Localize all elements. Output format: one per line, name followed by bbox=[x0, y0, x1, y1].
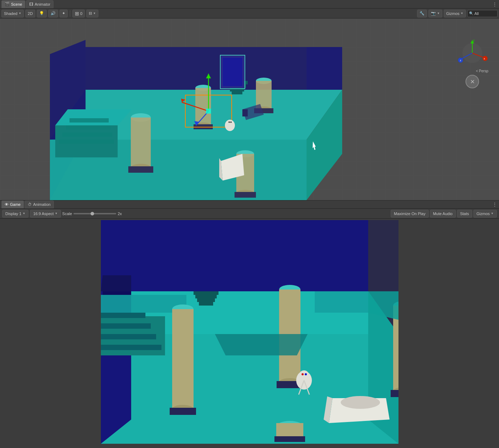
scene-view: x z y < Persp ✕ bbox=[0, 19, 499, 200]
layout-toggle[interactable]: ⊟ ▼ bbox=[86, 10, 98, 17]
display-icon: 📷 bbox=[431, 11, 436, 16]
audio-toggle[interactable]: 🔊 bbox=[48, 10, 58, 17]
svg-rect-13 bbox=[66, 125, 110, 130]
svg-rect-18 bbox=[128, 166, 153, 173]
svg-text:z: z bbox=[460, 59, 461, 62]
svg-point-96 bbox=[305, 373, 307, 375]
svg-marker-8 bbox=[307, 47, 342, 90]
tools-icon: 🔧 bbox=[420, 11, 425, 16]
mute-audio-label: Mute Audio bbox=[433, 212, 453, 216]
light-toggle[interactable]: 💡 bbox=[37, 10, 47, 17]
display-dropdown[interactable]: Display 1 ▼ bbox=[2, 210, 29, 218]
scene-gizmo[interactable]: x z y < Persp ✕ bbox=[456, 38, 488, 75]
aspect-dropdown[interactable]: 16:9 Aspect ▼ bbox=[30, 210, 61, 218]
layers-count: 0 bbox=[80, 11, 82, 16]
stats-button[interactable]: Stats bbox=[457, 210, 472, 218]
gizmos-dropdown-arrow: ▼ bbox=[461, 12, 463, 15]
2d-toggle[interactable]: 2D bbox=[25, 10, 35, 17]
audio-icon: 🔊 bbox=[51, 11, 56, 16]
scene-tab-group: 🎬 Scene 🎞 Animator bbox=[1, 0, 53, 8]
game-tab-more-button[interactable]: ⋮ bbox=[492, 202, 498, 207]
svg-point-48 bbox=[228, 121, 230, 123]
shading-dropdown-arrow: ▼ bbox=[19, 12, 21, 15]
svg-rect-103 bbox=[276, 423, 303, 437]
maximize-on-play-button[interactable]: Maximize On Play bbox=[391, 210, 429, 218]
svg-marker-70 bbox=[131, 220, 368, 291]
mute-audio-button[interactable]: Mute Audio bbox=[430, 210, 456, 218]
svg-rect-108 bbox=[199, 302, 213, 306]
svg-text:x: x bbox=[484, 57, 485, 60]
2d-label: 2D bbox=[28, 11, 33, 16]
game-tab-bar: 👁 Game ⏱ Animation ⋮ bbox=[0, 200, 499, 209]
aspect-label: 16:9 Aspect bbox=[33, 212, 54, 216]
svg-rect-107 bbox=[197, 298, 215, 302]
scene-tab-icon: 🎬 bbox=[5, 2, 10, 6]
scale-slider[interactable] bbox=[73, 213, 116, 214]
tools-button[interactable]: 🔧 bbox=[417, 10, 427, 17]
maximize-on-play-label: Maximize On Play bbox=[394, 212, 426, 216]
scene-orientation-icon[interactable]: ✕ bbox=[465, 75, 479, 88]
scale-text: Scale bbox=[62, 212, 72, 216]
game-toolbar: Display 1 ▼ 16:9 Aspect ▼ Scale 2x Maxim… bbox=[0, 209, 499, 219]
layers-dropdown[interactable]: ⊞ 0 bbox=[72, 10, 85, 17]
layout-icon: ⊟ bbox=[89, 11, 92, 16]
animator-tab[interactable]: 🎞 Animator bbox=[26, 0, 53, 8]
svg-point-95 bbox=[302, 373, 304, 375]
animator-tab-icon: 🎞 bbox=[29, 2, 33, 6]
svg-rect-78 bbox=[101, 313, 145, 318]
display-dropdown[interactable]: 📷 ▼ bbox=[428, 10, 442, 17]
toolbar-sep1 bbox=[70, 10, 70, 17]
scene-tab[interactable]: 🎬 Scene bbox=[1, 0, 25, 8]
scene-canvas: x z y < Persp ✕ bbox=[0, 19, 499, 200]
scene-search-box[interactable]: 🔍 bbox=[467, 10, 498, 17]
svg-marker-92 bbox=[215, 334, 308, 355]
svg-point-101 bbox=[341, 396, 380, 409]
display-label: Display 1 bbox=[5, 212, 21, 216]
effects-toggle[interactable]: ✦ bbox=[60, 10, 68, 17]
svg-text:y: y bbox=[473, 38, 475, 42]
svg-rect-105 bbox=[194, 291, 218, 295]
svg-rect-16 bbox=[131, 118, 151, 167]
game-view bbox=[0, 219, 499, 448]
svg-rect-77 bbox=[101, 323, 151, 329]
shading-label: Shaded bbox=[4, 11, 17, 16]
orientation-glyph: ✕ bbox=[470, 78, 475, 85]
scale-value: 2x bbox=[118, 212, 122, 216]
svg-marker-7 bbox=[86, 47, 307, 90]
scene-search-input[interactable] bbox=[474, 11, 496, 16]
svg-rect-76 bbox=[101, 334, 156, 339]
gizmos-dropdown[interactable]: Gizmos ▼ bbox=[444, 10, 466, 17]
scale-container: Scale 2x bbox=[62, 212, 122, 216]
effects-icon: ✦ bbox=[62, 11, 65, 16]
scene-tab-more-button[interactable]: ⋮ bbox=[492, 1, 498, 7]
animation-tab[interactable]: ⏱ Animation bbox=[25, 200, 54, 208]
svg-rect-14 bbox=[70, 118, 109, 123]
game-canvas-wrapper bbox=[0, 219, 499, 448]
svg-rect-91 bbox=[391, 390, 398, 397]
svg-rect-75 bbox=[101, 345, 161, 350]
stats-label: Stats bbox=[460, 212, 469, 216]
svg-rect-42 bbox=[232, 92, 242, 94]
scene-tab-label: Scene bbox=[11, 2, 22, 6]
game-tab-group: 👁 Game ⏱ Animation bbox=[1, 200, 54, 208]
animation-tab-label: Animation bbox=[33, 202, 51, 207]
gizmos-label: Gizmos bbox=[446, 11, 459, 16]
shading-dropdown[interactable]: Shaded ▼ bbox=[1, 10, 24, 17]
svg-point-47 bbox=[227, 120, 233, 126]
svg-rect-81 bbox=[172, 309, 194, 409]
svg-point-49 bbox=[230, 121, 232, 123]
game-tab[interactable]: 👁 Game bbox=[1, 200, 24, 208]
scene-3d-svg bbox=[0, 19, 499, 200]
display-dropdown-arrow: ▼ bbox=[437, 12, 440, 15]
svg-rect-104 bbox=[274, 436, 305, 442]
game-gizmos-label: Gizmos bbox=[477, 212, 490, 216]
game-tab-label: Game bbox=[10, 202, 21, 207]
search-icon: 🔍 bbox=[469, 11, 473, 15]
game-gizmos-dropdown[interactable]: Gizmos ▼ bbox=[473, 210, 497, 218]
display-dropdown-arrow: ▼ bbox=[22, 212, 25, 215]
svg-marker-73 bbox=[101, 275, 131, 291]
svg-rect-106 bbox=[195, 295, 217, 298]
aspect-dropdown-arrow: ▼ bbox=[55, 212, 58, 215]
svg-rect-30 bbox=[235, 192, 256, 198]
game-tab-icon: 👁 bbox=[5, 202, 9, 207]
